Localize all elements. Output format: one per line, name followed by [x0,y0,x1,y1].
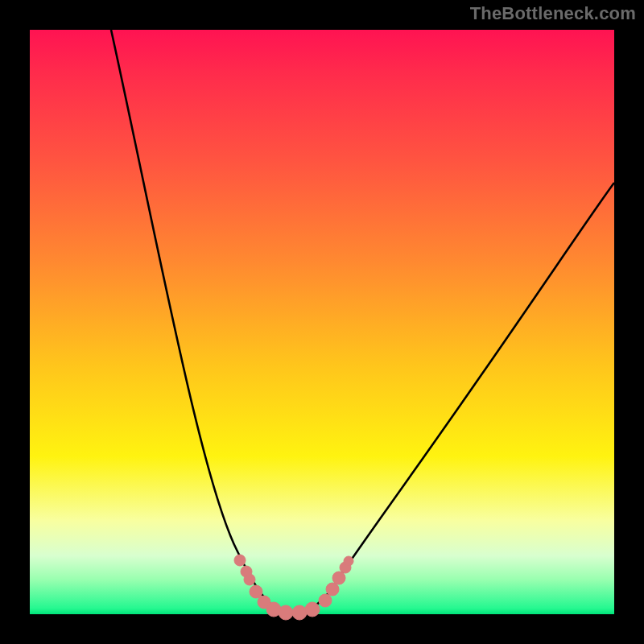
curve-marker [279,605,293,620]
curve-marker [305,602,320,617]
plot-area [30,30,614,614]
markers-layer [234,555,353,620]
watermark-text: TheBottleneck.com [470,3,636,24]
curve-marker [332,572,345,584]
curve-marker [244,574,255,585]
curve-marker [234,555,246,566]
curve-marker [344,556,353,566]
curve-marker [250,585,262,598]
chart-frame: TheBottleneck.com [0,0,644,644]
bottleneck-curve [111,30,614,613]
curve-marker [292,605,307,620]
curve-marker [326,583,339,596]
curve-marker [319,594,332,607]
curve-layer [111,30,614,613]
chart-svg [30,30,614,614]
